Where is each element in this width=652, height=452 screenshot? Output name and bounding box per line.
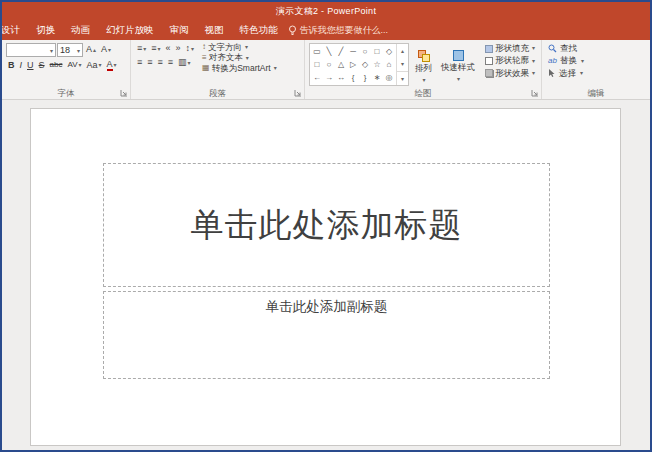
- replace-label: 替换: [560, 56, 577, 65]
- find-button[interactable]: 查找: [546, 43, 647, 54]
- shape-icon[interactable]: ▷: [347, 58, 359, 71]
- drawing-dialog-launcher[interactable]: [530, 88, 540, 98]
- shape-icon[interactable]: ▭: [311, 45, 323, 58]
- tab-slideshow[interactable]: 幻灯片放映: [98, 21, 162, 40]
- cursor-icon: [548, 69, 556, 78]
- chevron-down-icon: ▾: [580, 70, 583, 77]
- tab-review[interactable]: 审阅: [162, 21, 197, 40]
- font-color-button[interactable]: A▾: [105, 59, 119, 72]
- underline-button[interactable]: U: [25, 60, 36, 72]
- font-name-combo[interactable]: ▾: [6, 43, 56, 57]
- replace-icon: ab: [548, 57, 557, 66]
- shapes-gallery: ▭ ╲ ╱ ─ ○ □ ◇ □ ○ △ ▷ ◇ ☆ ⌂ ←: [309, 43, 409, 86]
- quick-styles-label: 快速样式: [441, 62, 475, 74]
- chevron-down-icon: ▾: [245, 44, 248, 51]
- shape-icon[interactable]: ∗: [371, 71, 383, 84]
- font-size-combo[interactable]: 18 ▾: [57, 43, 83, 57]
- shape-effects-button[interactable]: 形状效果 ▾: [483, 68, 537, 79]
- align-text-button[interactable]: ≡ 对齐文本 ▾: [201, 53, 278, 62]
- shape-icon[interactable]: △: [335, 58, 347, 71]
- font-dialog-launcher[interactable]: [119, 88, 129, 98]
- shape-icon[interactable]: ⌂: [383, 58, 395, 71]
- tell-me-box[interactable]: 告诉我您想要做什么...: [288, 24, 389, 37]
- text-direction-label: 文字方向: [208, 43, 242, 52]
- align-right-button[interactable]: ≡: [156, 57, 165, 69]
- shape-icon[interactable]: ↔: [335, 71, 347, 84]
- smartart-label: 转换为SmartArt: [212, 64, 271, 73]
- editing-group-label: 编辑: [542, 87, 650, 99]
- replace-button[interactable]: ab 替换 ▾: [546, 55, 647, 66]
- group-paragraph: ≡▾ ≡▾ « » ↕▾ ≡ ≡ ≡ ≡ ▥▾: [131, 40, 305, 99]
- shape-icon[interactable]: □: [311, 58, 323, 71]
- title-bar: 演示文稿2 - PowerPoint: [2, 2, 650, 20]
- dialog-launcher-icon: [531, 89, 539, 97]
- shape-icon[interactable]: ╲: [323, 45, 335, 58]
- shape-icon[interactable]: ◇: [383, 45, 395, 58]
- caret-up-icon: ▴: [93, 47, 96, 54]
- grow-font-button[interactable]: A▴: [84, 44, 98, 56]
- character-spacing-button[interactable]: AV▾: [65, 60, 83, 71]
- shrink-font-button[interactable]: A▾: [99, 44, 113, 56]
- text-direction-button[interactable]: ↕ 文字方向 ▾: [201, 43, 278, 52]
- increase-indent-button[interactable]: »: [174, 43, 183, 55]
- subtitle-placeholder[interactable]: 单击此处添加副标题: [103, 291, 550, 379]
- numbering-button[interactable]: ≡▾: [149, 43, 162, 55]
- shape-icon[interactable]: ←: [311, 71, 323, 84]
- quick-styles-button[interactable]: 快速样式 ▾: [438, 43, 478, 89]
- character-spacing-label: AV: [67, 61, 77, 70]
- strikethrough-button[interactable]: S: [37, 60, 47, 72]
- align-left-button[interactable]: ≡: [135, 57, 144, 69]
- line-spacing-icon: ↕: [186, 44, 191, 54]
- grow-font-label: A: [86, 45, 92, 55]
- font-group-label: 字体: [2, 87, 130, 99]
- tab-view[interactable]: 视图: [197, 21, 232, 40]
- gallery-scroll-up-button[interactable]: ▴: [397, 44, 408, 57]
- chevron-down-icon: ▾: [114, 62, 117, 69]
- tab-animations[interactable]: 动画: [63, 21, 98, 40]
- shape-outline-label: 形状轮廓: [495, 56, 529, 65]
- bullets-button[interactable]: ≡▾: [135, 43, 148, 55]
- select-button[interactable]: 选择 ▾: [546, 68, 647, 79]
- columns-button[interactable]: ▥▾: [176, 57, 193, 69]
- decrease-indent-button[interactable]: «: [164, 43, 173, 55]
- arrange-button[interactable]: 排列 ▾: [412, 43, 435, 89]
- shape-icon[interactable]: ☆: [371, 58, 383, 71]
- shape-icon[interactable]: {: [347, 71, 359, 84]
- justify-button[interactable]: ≡: [166, 57, 175, 69]
- title-placeholder[interactable]: 单击此处添加标题: [103, 163, 550, 287]
- shape-icon[interactable]: ─: [347, 45, 359, 58]
- convert-smartart-button[interactable]: ▦ 转换为SmartArt ▾: [201, 64, 278, 73]
- shape-icon[interactable]: ○: [323, 58, 335, 71]
- clear-formatting-button[interactable]: abc: [48, 60, 65, 71]
- align-center-button[interactable]: ≡: [145, 57, 154, 69]
- slide[interactable]: 单击此处添加标题 单击此处添加副标题: [30, 108, 621, 446]
- columns-icon: ▥: [178, 58, 187, 68]
- gallery-more-button[interactable]: ▾: [397, 71, 408, 85]
- group-editing: 查找 ab 替换 ▾ 选择 ▾ 编辑: [542, 40, 650, 99]
- tab-transitions[interactable]: 切换: [28, 21, 63, 40]
- line-spacing-button[interactable]: ↕▾: [184, 43, 197, 55]
- shape-icon[interactable]: ◎: [383, 71, 395, 84]
- shape-icon[interactable]: →: [323, 71, 335, 84]
- chevron-down-icon: ▾: [246, 55, 249, 62]
- shape-icon[interactable]: □: [371, 45, 383, 58]
- shape-fill-button[interactable]: 形状填充 ▾: [483, 43, 537, 54]
- shape-icon[interactable]: ○: [359, 45, 371, 58]
- select-label: 选择: [559, 69, 576, 78]
- change-case-button[interactable]: Aa▾: [85, 60, 104, 72]
- tab-design[interactable]: 设计: [2, 21, 28, 40]
- shape-icon[interactable]: ╱: [335, 45, 347, 58]
- paragraph-dialog-launcher[interactable]: [293, 88, 303, 98]
- lightbulb-icon: [288, 25, 297, 36]
- ribbon: ▾ 18 ▾ A▴ A▾ B I U S abc: [2, 40, 650, 100]
- tab-special-features[interactable]: 特色功能: [232, 21, 286, 40]
- shape-icon[interactable]: ◇: [359, 58, 371, 71]
- shape-fill-label: 形状填充: [495, 44, 529, 53]
- arrange-icon: [418, 50, 430, 62]
- bold-button[interactable]: B: [6, 60, 17, 72]
- gallery-scroll-down-button[interactable]: ▾: [397, 57, 408, 70]
- italic-button[interactable]: I: [18, 60, 25, 72]
- shape-icon[interactable]: }: [359, 71, 371, 84]
- shape-effects-label: 形状效果: [495, 69, 529, 78]
- shape-outline-button[interactable]: 形状轮廓 ▾: [483, 55, 537, 66]
